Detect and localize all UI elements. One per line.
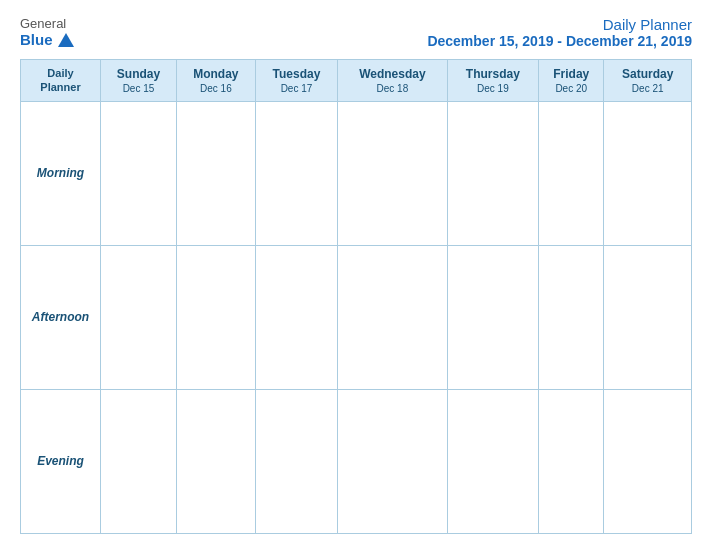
page-header: General Blue Daily Planner December 15, … [20, 16, 692, 49]
planner-title: Daily Planner [427, 16, 692, 33]
cell-morning-tuesday[interactable] [255, 101, 337, 245]
cell-morning-friday[interactable] [539, 101, 604, 245]
cell-morning-sunday[interactable] [101, 101, 177, 245]
cell-afternoon-saturday[interactable] [604, 245, 692, 389]
cell-afternoon-sunday[interactable] [101, 245, 177, 389]
title-block: Daily Planner December 15, 2019 - Decemb… [427, 16, 692, 49]
table-row-evening: Evening [21, 389, 692, 533]
row-label-morning: Morning [21, 101, 101, 245]
cell-evening-thursday[interactable] [447, 389, 538, 533]
header-label-cell: Daily Planner [21, 60, 101, 102]
header-wednesday: Wednesday Dec 18 [338, 60, 447, 102]
cell-morning-saturday[interactable] [604, 101, 692, 245]
logo: General Blue [20, 16, 74, 48]
cell-afternoon-tuesday[interactable] [255, 245, 337, 389]
cell-afternoon-thursday[interactable] [447, 245, 538, 389]
planner-table: Daily Planner Sunday Dec 15 Monday Dec 1… [20, 59, 692, 534]
cell-evening-monday[interactable] [176, 389, 255, 533]
cell-afternoon-friday[interactable] [539, 245, 604, 389]
row-label-evening: Evening [21, 389, 101, 533]
cell-afternoon-wednesday[interactable] [338, 245, 447, 389]
cell-evening-wednesday[interactable] [338, 389, 447, 533]
row-label-afternoon: Afternoon [21, 245, 101, 389]
table-row-afternoon: Afternoon [21, 245, 692, 389]
header-friday: Friday Dec 20 [539, 60, 604, 102]
logo-triangle-icon [58, 33, 74, 47]
cell-morning-wednesday[interactable] [338, 101, 447, 245]
table-header-row: Daily Planner Sunday Dec 15 Monday Dec 1… [21, 60, 692, 102]
table-row-morning: Morning [21, 101, 692, 245]
header-daily: Daily [25, 66, 96, 80]
cell-evening-tuesday[interactable] [255, 389, 337, 533]
header-monday: Monday Dec 16 [176, 60, 255, 102]
cell-morning-monday[interactable] [176, 101, 255, 245]
cell-evening-friday[interactable] [539, 389, 604, 533]
cell-afternoon-monday[interactable] [176, 245, 255, 389]
header-saturday: Saturday Dec 21 [604, 60, 692, 102]
header-thursday: Thursday Dec 19 [447, 60, 538, 102]
date-range: December 15, 2019 - December 21, 2019 [427, 33, 692, 49]
logo-blue-text: Blue [20, 31, 74, 48]
header-planner: Planner [25, 80, 96, 94]
logo-general-text: General [20, 16, 66, 31]
cell-morning-thursday[interactable] [447, 101, 538, 245]
cell-evening-saturday[interactable] [604, 389, 692, 533]
cell-evening-sunday[interactable] [101, 389, 177, 533]
header-sunday: Sunday Dec 15 [101, 60, 177, 102]
header-tuesday: Tuesday Dec 17 [255, 60, 337, 102]
